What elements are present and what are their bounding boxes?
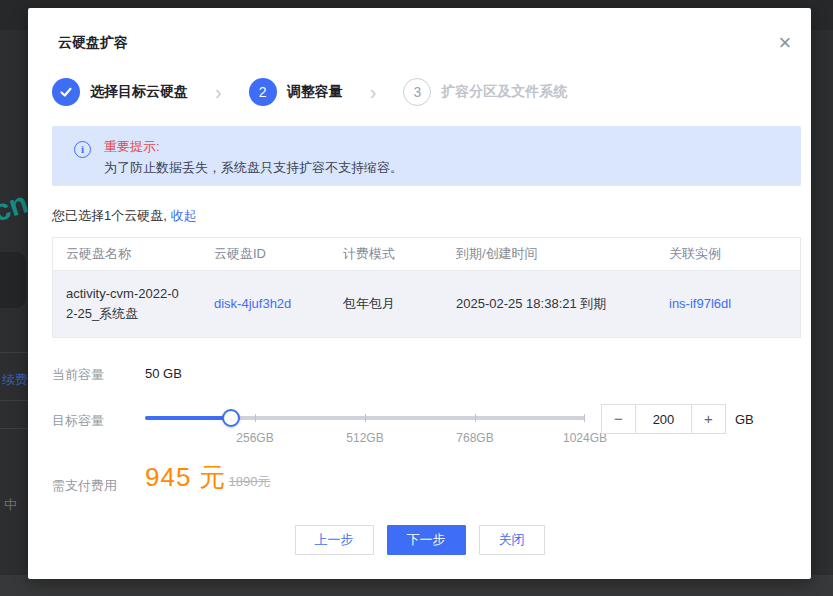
column-header-disk-name: 云硬盘名称 <box>53 245 201 263</box>
slider-tick <box>365 414 366 422</box>
background-divider <box>0 352 28 353</box>
cell-expire-time: 2025-02-25 18:38:21 到期 <box>443 294 656 314</box>
capacity-input[interactable] <box>635 404 692 434</box>
important-notice-alert: i 重要提示: 为了防止数据丢失，系统盘只支持扩容不支持缩容。 <box>52 126 801 186</box>
column-header-instance: 关联实例 <box>656 245 802 263</box>
cell-disk-id: disk-4juf3h2d <box>201 294 330 314</box>
fee-amount: 945 元 <box>145 460 227 495</box>
step-1-label: 选择目标云硬盘 <box>90 83 188 101</box>
step-3-number: 3 <box>403 78 431 106</box>
disk-id-link[interactable]: disk-4juf3h2d <box>214 296 291 311</box>
chevron-right-icon: › <box>215 78 222 106</box>
instance-link[interactable]: ins-if97l6dl <box>669 296 731 311</box>
selection-text: 您已选择1个云硬盘, <box>52 208 167 223</box>
disk-expand-modal: 云硬盘扩容 × 选择目标云硬盘 › 2 调整容量 › 3 扩容分区及文件系统 i… <box>28 8 811 579</box>
fee-label: 需支付费用 <box>52 477 117 495</box>
chevron-right-icon: › <box>370 78 377 106</box>
step-3-label: 扩容分区及文件系统 <box>441 83 567 101</box>
step-2-label: 调整容量 <box>287 83 343 101</box>
step-1-select-disk: 选择目标云硬盘 <box>52 78 188 106</box>
column-header-disk-id: 云硬盘ID <box>201 245 330 263</box>
alert-title: 重要提示: <box>104 137 160 157</box>
cell-disk-name: activity-cvm-2022-02-25_系统盘 <box>53 284 201 324</box>
slider-tick <box>475 414 476 422</box>
column-header-billing-mode: 计费模式 <box>330 245 443 263</box>
background-shape <box>0 252 26 308</box>
background-divider <box>0 428 28 429</box>
prev-step-button[interactable]: 上一步 <box>295 525 374 555</box>
background-renew-link: 续费 <box>2 371 28 389</box>
close-button[interactable]: 关闭 <box>479 525 545 555</box>
info-icon: i <box>74 141 91 158</box>
target-capacity-label: 目标容量 <box>52 412 104 430</box>
slider-fill <box>145 416 231 420</box>
current-capacity-label: 当前容量 <box>52 366 104 384</box>
plus-button[interactable]: + <box>692 404 726 434</box>
background-partial-text: 中 <box>4 496 17 514</box>
step-2-number: 2 <box>249 78 277 106</box>
slider-handle[interactable] <box>222 409 240 427</box>
check-icon <box>52 78 80 106</box>
capacity-unit-label: GB <box>735 412 754 427</box>
modal-title: 云硬盘扩容 <box>58 34 128 52</box>
table-row: activity-cvm-2022-02-25_系统盘 disk-4juf3h2… <box>53 271 800 337</box>
step-indicator: 选择目标云硬盘 › 2 调整容量 › 3 扩容分区及文件系统 <box>52 78 567 106</box>
next-step-button[interactable]: 下一步 <box>387 525 466 555</box>
slider-tick-label: 256GB <box>220 431 290 445</box>
table-header-row: 云硬盘名称 云硬盘ID 计费模式 到期/创建时间 关联实例 <box>53 238 800 271</box>
slider-tick-label: 512GB <box>330 431 400 445</box>
current-capacity-value: 50 GB <box>145 366 182 381</box>
column-header-expire-time: 到期/创建时间 <box>443 245 656 263</box>
cell-instance: ins-if97l6dl <box>656 294 802 314</box>
slider-tick <box>255 414 256 422</box>
close-icon[interactable]: × <box>771 30 799 58</box>
alert-body: 为了防止数据丢失，系统盘只支持扩容不支持缩容。 <box>104 158 403 178</box>
slider-tick-label: 768GB <box>440 431 510 445</box>
capacity-slider: 256GB 512GB 768GB 1024GB <box>145 409 585 427</box>
step-3-expand-partition: 3 扩容分区及文件系统 <box>403 78 567 106</box>
capacity-stepper: − + GB <box>601 404 754 434</box>
cell-billing-mode: 包年包月 <box>330 294 443 314</box>
slider-tick <box>584 414 585 422</box>
fee-original-price: 1890元 <box>229 473 271 491</box>
fee-value: 945 元 1890元 <box>145 460 271 495</box>
collapse-link[interactable]: 收起 <box>170 208 196 223</box>
step-2-adjust-capacity: 2 调整容量 <box>249 78 343 106</box>
modal-footer: 上一步 下一步 关闭 <box>28 525 811 555</box>
minus-button[interactable]: − <box>601 404 635 434</box>
selection-summary: 您已选择1个云硬盘, 收起 <box>52 207 196 225</box>
selected-disk-table: 云硬盘名称 云硬盘ID 计费模式 到期/创建时间 关联实例 activity-c… <box>52 237 801 338</box>
background-divider <box>0 400 28 401</box>
